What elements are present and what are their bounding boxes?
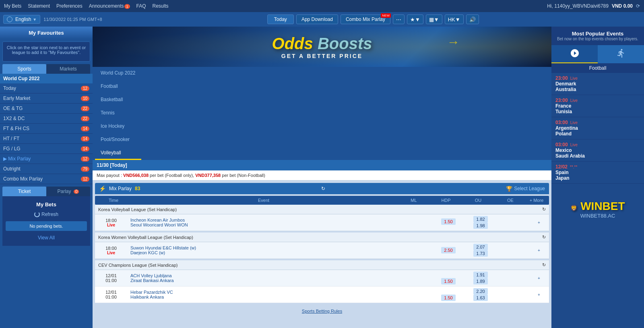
hdp-odds1[interactable]: 1.50 [441, 278, 456, 284]
more-button[interactable]: + [529, 291, 549, 299]
app-download-button[interactable]: App Download [296, 15, 338, 24]
sport-tab-volleyball[interactable]: Volleyball [95, 147, 141, 160]
sidebar-item-fg-/-lg[interactable]: FG / LG 14 [0, 144, 93, 154]
table-row: 12/01 01:00 Hebar Pazardzhik VC Halkbank… [95, 286, 549, 303]
event-teams: Suwon Hyundai E&C Hillstate (w) Daejeon … [127, 244, 400, 257]
team1[interactable]: Hebar Pazardzhik VC [130, 290, 397, 295]
user-info: Hi, 1140yy_WBVNDaivi6789 VND 0.00 ⟳ [547, 3, 640, 9]
sport-tab-tennis[interactable]: Tennis [95, 107, 141, 120]
team2[interactable]: Daejeon KGC (w) [130, 250, 397, 255]
sidebar-item-1x2-&-dc[interactable]: 1X2 & DC 22 [0, 114, 93, 124]
match-item[interactable]: 03:00 Live Argentina Poland [551, 117, 644, 139]
team1[interactable]: ACH Volley Ljubljana [130, 273, 397, 278]
sport-icon-tab-other[interactable] [598, 45, 644, 63]
table-row: 18:00 Live Incheon Korean Air Jumbos Seo… [95, 214, 549, 231]
sidebar-label: OE & TG [3, 106, 23, 111]
tab-ticket[interactable]: Ticket [2, 187, 46, 196]
layout-button[interactable]: ▦▼ [426, 15, 442, 24]
ou-odds2[interactable]: 1.89 [473, 278, 488, 284]
sidebar-item-mix-parlay[interactable]: ▶ Mix Parlay 12 [0, 154, 93, 164]
sidebar-item-early-market[interactable]: Early Market 10 [0, 93, 93, 104]
nav-mybets[interactable]: My Bets [4, 3, 21, 9]
table-row: 12/01 01:00 ACH Volley Ljubljana Ziraat … [95, 270, 549, 286]
sidebar-label: 1X2 & DC [3, 116, 25, 121]
odds-format-button[interactable]: ⋯ [393, 15, 405, 24]
sidebar-count: 22 [81, 106, 89, 111]
region-button[interactable]: HK▼ [445, 15, 464, 24]
main-layout: My Favourites Click on the star icon nex… [0, 27, 644, 328]
match-item[interactable]: 23:00 Live Denmark Australia [551, 73, 644, 95]
hdp-odds1[interactable]: 1.50 [441, 295, 456, 301]
ou-odds1[interactable]: 2.07 [473, 244, 488, 250]
lightning-icon: ⚡ [99, 185, 106, 192]
select-league-button[interactable]: 🏆 Select League [506, 186, 545, 192]
team2[interactable]: Seoul Wooricard Woori WON [130, 222, 397, 227]
sidebar-item-oe-&-tg[interactable]: OE & TG 22 [0, 104, 93, 114]
today-button[interactable]: Today [267, 15, 294, 24]
sidebar-item-ht-/-ft[interactable]: HT / FT 14 [0, 134, 93, 144]
ou-cell: 1.82 1.98 [464, 214, 497, 230]
sport-tab-basketball[interactable]: Basketball [95, 93, 141, 107]
match-item[interactable]: 23:00 Live France Tunisia [551, 95, 644, 117]
sidebar-item-today[interactable]: Today 12 [0, 83, 93, 93]
refresh-icon[interactable]: ⟳ [636, 3, 640, 9]
sport-tab-ice-hockey[interactable]: Ice Hockey [95, 120, 141, 133]
sound-button[interactable]: 🔊 [466, 15, 479, 24]
sidebar-item-outright[interactable]: Outright 79 [0, 164, 93, 174]
ou-odds1[interactable]: 1.82 [473, 216, 488, 222]
reload-icon-cev[interactable]: ↻ [542, 262, 546, 268]
nav-preferences[interactable]: Preferences [56, 3, 83, 9]
ou-odds1[interactable]: 2.20 [473, 288, 488, 295]
tab-parlay[interactable]: Parlay 0 [46, 187, 90, 196]
football-label: Football [551, 63, 644, 73]
reload-icon-women[interactable]: ↻ [542, 235, 546, 240]
team2[interactable]: Ziraat Bankasi Ankara [130, 278, 397, 283]
sport-icon-tab-football[interactable] [551, 45, 598, 63]
hdp-odds1[interactable]: 2.50 [441, 247, 456, 253]
league-reload-icon[interactable]: ↻ [542, 207, 546, 212]
team1[interactable]: Suwon Hyundai E&C Hillstate (w) [130, 245, 397, 250]
language-button[interactable]: English ▼ [3, 15, 40, 24]
sidebar-item-combo-mix-parlay[interactable]: Combo Mix Parlay 12 [0, 174, 93, 184]
more-button[interactable]: + [529, 247, 549, 254]
table-header: Time Event ML HDP OU OE + More [95, 196, 549, 205]
more-button[interactable]: + [529, 274, 549, 282]
team2[interactable]: Halkbank Ankara [130, 295, 397, 299]
sidebar-count: 10 [81, 96, 89, 101]
sport-tab-pool/snooker[interactable]: Pool/Snooker [95, 133, 141, 147]
right-panel: Most Popular Events Bet now on the top e… [551, 27, 644, 328]
language-label: English [15, 17, 31, 22]
announcement-badge: 1 [124, 4, 130, 9]
nav-faq[interactable]: FAQ [136, 3, 146, 9]
betting-rules-link[interactable]: Sports Betting Rules [302, 309, 342, 313]
hdp-odds1[interactable]: 1.50 [441, 218, 456, 225]
event-time: 12/01 01:00 [95, 288, 127, 301]
combo-parlay-button[interactable]: Combo Mix Parlay NEW [341, 15, 390, 24]
ou-odds2[interactable]: 1.63 [473, 295, 488, 301]
sidebar-item-ft-&-fh-cs[interactable]: FT & FH CS 14 [0, 124, 93, 134]
hdp-cell: 1.50 [432, 217, 464, 228]
match-team2: Poland [555, 131, 640, 137]
match-item[interactable]: 03:00 Live Mexico Saudi Arabia [551, 139, 644, 162]
match-live: Live [570, 76, 578, 81]
view-all-button[interactable]: View All [6, 233, 87, 243]
mix-parlay-bar: ⚡ Mix Parlay 83 ↻ 🏆 Select League [95, 183, 549, 194]
match-item[interactable]: 12/02 **.** Spain Japan [551, 162, 644, 184]
ou-odds1[interactable]: 1.91 [473, 272, 488, 278]
nav-statement[interactable]: Statement [28, 3, 50, 9]
ou-odds2[interactable]: 1.98 [473, 222, 488, 229]
star-button[interactable]: ★▼ [407, 15, 423, 24]
tab-sports[interactable]: Sports [2, 64, 46, 74]
team1[interactable]: Incheon Korean Air Jumbos [130, 218, 397, 222]
ou-odds2[interactable]: 1.73 [473, 250, 488, 257]
sport-tab-football[interactable]: Football [95, 80, 141, 93]
match-team2: Australia [555, 87, 640, 92]
more-button[interactable]: + [529, 219, 549, 226]
refresh-button[interactable]: Refresh [6, 210, 87, 219]
nav-results[interactable]: Results [153, 3, 169, 9]
date-header: 11/30 [Today] [93, 160, 551, 170]
sidebar-count: 12 [81, 86, 89, 91]
tab-markets[interactable]: Markets [46, 64, 90, 74]
nav-announcements[interactable]: Announcements1 [89, 3, 130, 9]
sport-tab-world-cup-2022[interactable]: World Cup 2022 [95, 67, 141, 80]
